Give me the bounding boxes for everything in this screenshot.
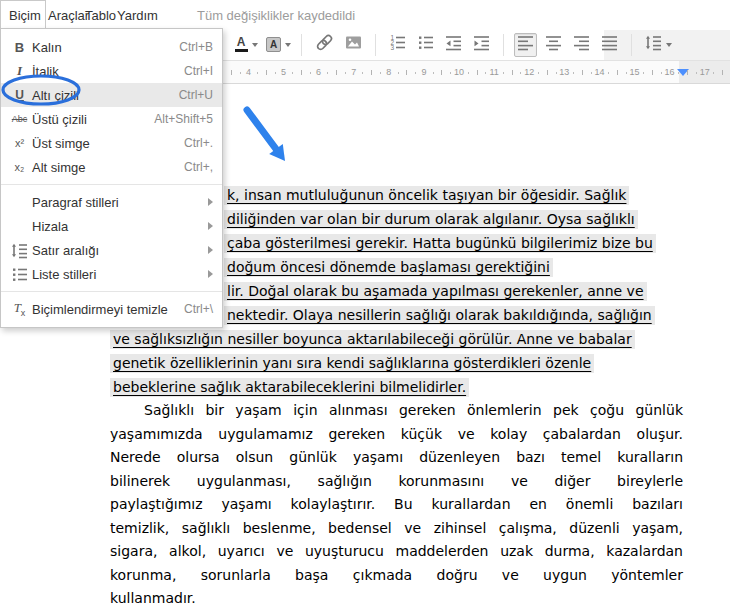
menu-format[interactable]: Biçim <box>0 0 46 29</box>
ruler-number: 6 <box>316 67 321 77</box>
body-text-line[interactable]: kullanmadır. <box>110 588 683 607</box>
ruler-tick <box>371 70 372 75</box>
menu-item-italic[interactable]: IİtalikCtrl+I <box>1 59 222 83</box>
menu-item-bold[interactable]: BKalınCtrl+B <box>1 35 222 59</box>
link-icon <box>315 34 334 55</box>
ruler-number: 17 <box>700 67 710 77</box>
ruler-tick <box>687 70 688 75</box>
body-text-line[interactable]: temizlik, sağlıklı beslenme, bedensel ve… <box>110 518 683 538</box>
selected-text: genetik özelliklerinin yanı sıra kendi s… <box>110 354 594 373</box>
selected-text-line[interactable]: k, insan mutluluğunun öncelik taşıyan bi… <box>224 185 629 205</box>
menu-item-shortcut: Ctrl+B <box>179 40 213 54</box>
submenu-arrow-icon <box>208 270 213 278</box>
ruler-dot <box>415 72 416 74</box>
format-menu-dropdown: BKalınCtrl+BIİtalikCtrl+IUAltı çiziliCtr… <box>0 28 223 328</box>
bold-icon: B <box>7 40 32 55</box>
body-text-line[interactable]: paylaştığımız yaşamı kolaylaştırır. Bu k… <box>110 494 683 514</box>
selected-text-line[interactable]: çaba gösterilmesi gerekir. Hatta bugünkü… <box>224 233 656 253</box>
body-text-line[interactable]: korunma, sorunlarla başa çıkmada doğru v… <box>110 565 683 585</box>
dropdown-caret-icon[interactable] <box>285 43 291 47</box>
ruler-tick <box>301 70 302 75</box>
menu-item-label: Paragraf stilleri <box>32 195 119 210</box>
text-color-button[interactable]: A <box>231 33 251 57</box>
ruler-number: 16 <box>665 67 675 77</box>
selected-text-line[interactable]: bebeklerine sağlık aktarabileceklerini b… <box>110 377 469 397</box>
menu-item-subscript[interactable]: x₂Alt simgeCtrl+, <box>1 155 222 179</box>
body-text-line[interactable]: yaşamımızda uygulamamız gereken küçük ve… <box>110 424 683 444</box>
ruler-number: 4 <box>246 67 251 77</box>
menu-item-strikethrough[interactable]: AbcÜstü çiziliAlt+Shift+5 <box>1 107 222 131</box>
align-left-icon <box>517 34 534 55</box>
align-justify-button[interactable] <box>598 33 621 57</box>
ruler-dot <box>678 72 679 74</box>
menu-item-list-styles[interactable]: Liste stilleri <box>1 262 222 286</box>
text-color-letter: A <box>237 37 246 48</box>
align-center-button[interactable] <box>542 33 565 57</box>
align-center-icon <box>545 34 562 55</box>
ruler-dot <box>696 72 697 74</box>
selected-text-line[interactable]: ve sağlıksızlığın nesiller boyunca aktar… <box>110 329 635 349</box>
selected-text-line[interactable]: lir. Doğal olarak bu aşamada yapılması g… <box>224 281 647 301</box>
italic-icon: I <box>7 63 32 79</box>
toolbar-separator <box>375 34 376 56</box>
ruler-dot <box>345 72 346 74</box>
menu-table[interactable]: Tablo <box>85 8 116 23</box>
ruler-dot <box>591 72 592 74</box>
menu-item-underline[interactable]: UAltı çiziliCtrl+U <box>1 83 222 107</box>
selected-text-line[interactable]: genetik özelliklerinin yanı sıra kendi s… <box>110 353 594 373</box>
menu-item-align[interactable]: Hizala <box>1 214 222 238</box>
menu-item-paragraph-styles[interactable]: Paragraf stilleri <box>1 190 222 214</box>
ruler-dot <box>257 72 258 74</box>
dropdown-caret-icon[interactable] <box>666 43 672 47</box>
body-text-line[interactable]: Sağlıklı bir yaşam için alınması gereken… <box>110 400 683 420</box>
menu-item-label: Alt simge <box>32 160 85 175</box>
ruler-dot <box>485 72 486 74</box>
selected-text-line[interactable]: nektedir. Olaya nesillerin sağlığı olara… <box>224 305 655 325</box>
ruler-dot <box>327 72 328 74</box>
menu-item-label: İtalik <box>32 64 59 79</box>
decrease-indent-button[interactable] <box>442 33 465 57</box>
body-text-line[interactable]: bilinerek uygulanması, sağlığın korunmas… <box>110 471 683 491</box>
menu-tools[interactable]: Araçlar <box>48 8 89 23</box>
menu-item-line-spacing[interactable]: Satır aralığı <box>1 238 222 262</box>
ruler-dot <box>626 72 627 74</box>
ruler-number: 12 <box>524 67 534 77</box>
svg-text:3: 3 <box>391 44 395 51</box>
menu-help[interactable]: Yardım <box>117 8 158 23</box>
bulleted-list-button[interactable] <box>414 33 437 57</box>
line-spacing-button[interactable] <box>642 33 665 57</box>
selected-text: çaba gösterilmesi gerekir. Hatta bugünkü… <box>224 234 656 253</box>
numbered-list-button[interactable]: 123 <box>386 33 409 57</box>
ruler-dot <box>608 72 609 74</box>
align-right-button[interactable] <box>570 33 593 57</box>
menu-item-superscript[interactable]: x²Üst simgeCtrl+. <box>1 131 222 155</box>
menu-item-label: Liste stilleri <box>32 267 96 282</box>
line-spacing-icon <box>7 242 32 259</box>
submenu-arrow-icon <box>208 246 213 254</box>
strikethrough-icon: Abc <box>7 114 32 124</box>
insert-link-button[interactable] <box>312 33 337 57</box>
body-text-line[interactable]: sigara, alkol, uyarıcı ve uyuşturucu mad… <box>110 541 683 561</box>
ruler-tick <box>512 70 513 75</box>
ruler-number: 10 <box>454 67 464 77</box>
dropdown-caret-icon[interactable] <box>252 43 258 47</box>
insert-image-button[interactable] <box>342 33 365 57</box>
menubar: Biçim Araçlar Tablo Yardım Tüm değişikli… <box>0 0 730 29</box>
selected-text-line[interactable]: diliğinden var olan bir durum olarak alg… <box>224 209 638 229</box>
google-docs-window: Biçim Araçlar Tablo Yardım Tüm değişikli… <box>0 0 730 607</box>
increase-indent-button[interactable] <box>470 33 493 57</box>
ruler-tick <box>266 70 267 75</box>
ruler-dot <box>520 72 521 74</box>
selected-text-line[interactable]: doğum öncesi dönemde başlaması gerektiği… <box>224 257 553 277</box>
menu-item-clear-formatting[interactable]: TxBiçimlendirmeyi temizleCtrl+\ <box>1 297 222 321</box>
ruler-number: 5 <box>281 67 286 77</box>
ruler-tick <box>477 70 478 75</box>
body-text-line[interactable]: Nerede olursa olsun günlük yaşamı düzenl… <box>110 447 683 467</box>
highlight-color-button[interactable]: A <box>263 33 284 57</box>
align-left-button[interactable] <box>514 33 537 57</box>
selected-text: k, insan mutluluğunun öncelik taşıyan bi… <box>224 186 629 205</box>
subscript-icon: x₂ <box>7 161 32 173</box>
selected-text: bebeklerine sağlık aktarabileceklerini b… <box>110 378 469 397</box>
ruler-dot <box>556 72 557 74</box>
menu-item-shortcut: Ctrl+. <box>184 136 213 150</box>
